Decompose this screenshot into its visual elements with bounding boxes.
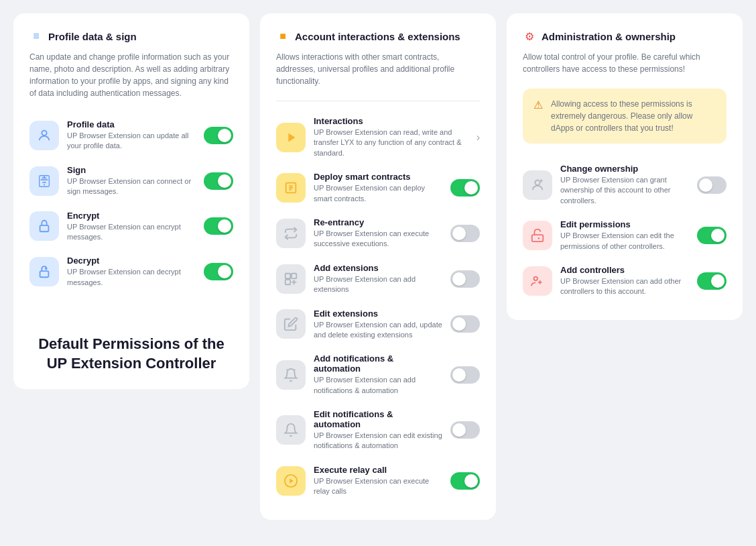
- svg-point-11: [535, 180, 540, 184]
- perm-decrypt-desc: UP Browser Extension can decrypt message…: [67, 267, 196, 288]
- perm-encrypt: Encrypt UP Browser Extension can encrypt…: [29, 204, 233, 250]
- svg-point-0: [42, 131, 46, 135]
- profile-card-description: Can update and change profile informatio…: [29, 51, 233, 99]
- profile-card-header: ≡ Profile data & sign: [29, 30, 233, 43]
- chevron-right-icon: ›: [477, 131, 480, 144]
- perm-relay-icon: [276, 466, 306, 496]
- perm-add-notif-name: Add notifications & automation: [314, 353, 442, 374]
- admin-warning-box: ⚠ Allowing access to these permissions i…: [523, 89, 727, 144]
- perm-edit-notif: Edit notifications & automation UP Brows…: [276, 402, 480, 458]
- perm-add-notif-desc: UP Browser Extension can add notificatio…: [314, 375, 442, 396]
- perm-interactions-row[interactable]: Interactions UP Browser Extension can re…: [276, 109, 480, 165]
- perm-encrypt-name: Encrypt: [67, 211, 196, 221]
- account-header-icon: ■: [276, 30, 290, 43]
- perm-ownership-icon: [523, 170, 552, 200]
- perm-edit-perm-toggle[interactable]: [697, 227, 727, 244]
- perm-encrypt-icon: [29, 211, 59, 241]
- perm-add-extensions: Add extensions UP Browser Extension can …: [276, 256, 480, 302]
- perm-profile-data-desc: UP Browser Extension can update all your…: [67, 131, 196, 152]
- account-card: ■ Account interactions & extensions Allo…: [260, 13, 496, 520]
- admin-card: ⚙ Administration & ownership Allow total…: [507, 13, 743, 320]
- perm-decrypt-toggle[interactable]: [204, 263, 233, 280]
- svg-rect-7: [286, 273, 290, 278]
- account-card-description: Allows interactions with other smart con…: [276, 51, 480, 87]
- svg-rect-2: [40, 226, 49, 232]
- perm-add-extensions-toggle[interactable]: [450, 270, 480, 288]
- perm-decrypt-name: Decrypt: [67, 256, 196, 266]
- admin-header-icon: ⚙: [523, 30, 536, 43]
- perm-sign-toggle[interactable]: [204, 172, 233, 190]
- perm-add-notif-icon: [276, 360, 306, 390]
- perm-deploy-toggle[interactable]: [450, 179, 480, 197]
- perm-interactions-name: Interactions: [314, 116, 471, 126]
- perm-reentry-desc: UP Browser Extension can execute success…: [314, 229, 442, 250]
- bottom-title: Default Permissions of the UP Extension …: [36, 335, 227, 373]
- perm-sign-icon: [29, 166, 59, 196]
- perm-deploy-name: Deploy smart contracts: [314, 172, 442, 182]
- perm-ownership: Change ownership UP Browser Extension ca…: [523, 157, 727, 213]
- perm-profile-data-toggle[interactable]: [204, 127, 233, 144]
- perm-edit-perm-desc: UP Browser Extension can edit the permis…: [560, 231, 689, 252]
- account-card-header: ■ Account interactions & extensions: [276, 30, 480, 43]
- perm-relay-toggle[interactable]: [450, 472, 480, 490]
- perm-encrypt-desc: UP Browser Extension can encrypt message…: [67, 222, 196, 243]
- perm-profile-data-icon: [29, 121, 59, 150]
- perm-edit-extensions-toggle[interactable]: [450, 315, 480, 333]
- profile-card-title: Profile data & sign: [48, 31, 137, 42]
- perm-encrypt-toggle[interactable]: [204, 217, 233, 235]
- admin-card-title: Administration & ownership: [542, 31, 676, 42]
- perm-add-notif: Add notifications & automation UP Browse…: [276, 347, 480, 402]
- perm-add-extensions-desc: UP Browser Extension can add extensions: [314, 274, 442, 295]
- account-card-title: Account interactions & extensions: [295, 31, 460, 42]
- perm-edit-notif-name: Edit notifications & automation: [314, 409, 442, 429]
- perm-reentry: Re-entrancy UP Browser Extension can exe…: [276, 211, 480, 256]
- profile-card: ≡ Profile data & sign Can update and cha…: [13, 13, 249, 389]
- perm-add-ctrl-icon: [523, 266, 552, 296]
- perm-edit-extensions-desc: UP Browser Extension can add, update and…: [314, 320, 442, 341]
- perm-add-ctrl: Add controllers UP Browser Extension can…: [523, 258, 727, 304]
- perm-deploy-desc: UP Browser Extension can deploy smart co…: [314, 183, 442, 204]
- perm-profile-data: Profile data UP Browser Extension can up…: [29, 113, 233, 158]
- svg-rect-9: [286, 280, 290, 284]
- perm-edit-notif-toggle[interactable]: [450, 421, 480, 439]
- perm-add-ctrl-name: Add controllers: [560, 265, 689, 275]
- perm-deploy-icon: [276, 173, 306, 203]
- svg-marker-5: [288, 133, 295, 142]
- perm-ownership-toggle[interactable]: [697, 176, 727, 194]
- bottom-text: Default Permissions of the UP Extension …: [29, 335, 233, 373]
- perm-edit-extensions-icon: [276, 309, 306, 339]
- perm-decrypt: Decrypt UP Browser Extension can decrypt…: [29, 249, 233, 294]
- warning-icon: ⚠: [533, 99, 543, 111]
- perm-deploy: Deploy smart contracts UP Browser Extens…: [276, 165, 480, 211]
- svg-rect-12: [532, 235, 544, 241]
- perm-decrypt-icon: [29, 257, 59, 286]
- perm-relay-desc: UP Browser Extension can execute relay c…: [314, 476, 442, 497]
- perm-relay: Execute relay call UP Browser Extension …: [276, 458, 480, 504]
- perm-edit-extensions-name: Edit extensions: [314, 309, 442, 319]
- perm-reentry-icon: [276, 219, 306, 248]
- perm-interactions-desc: UP Browser Extension can read, write and…: [314, 127, 471, 158]
- perm-sign-desc: UP Browser Extension can connect or sign…: [67, 176, 196, 197]
- svg-rect-8: [292, 273, 296, 278]
- perm-sign-name: Sign: [67, 165, 196, 175]
- main-layout: ≡ Profile data & sign Can update and cha…: [13, 13, 743, 520]
- perm-reentry-toggle[interactable]: [450, 225, 480, 242]
- account-divider: [276, 101, 480, 101]
- perm-interactions-icon: [276, 123, 306, 152]
- perm-add-extensions-icon: [276, 264, 306, 294]
- perm-edit-extensions: Edit extensions UP Browser Extension can…: [276, 302, 480, 347]
- perm-relay-name: Execute relay call: [314, 465, 442, 475]
- perm-edit-perm-name: Edit permissions: [560, 219, 689, 229]
- perm-profile-data-name: Profile data: [67, 119, 196, 129]
- perm-ownership-desc: UP Browser Extension can grant ownership…: [560, 175, 689, 206]
- perm-sign: Sign UP Browser Extension can connect or…: [29, 158, 233, 204]
- perm-add-ctrl-toggle[interactable]: [697, 272, 727, 290]
- perm-add-extensions-name: Add extensions: [314, 263, 442, 273]
- perm-ownership-name: Change ownership: [560, 164, 689, 174]
- admin-warning-text: Allowing access to these permissions is …: [551, 98, 716, 134]
- perm-edit-notif-desc: UP Browser Extension can edit existing n…: [314, 431, 442, 451]
- perm-add-ctrl-desc: UP Browser Extension can add other contr…: [560, 276, 689, 297]
- perm-edit-perm: Edit permissions UP Browser Extension ca…: [523, 213, 727, 258]
- perm-edit-perm-icon: [523, 221, 552, 250]
- perm-add-notif-toggle[interactable]: [450, 366, 480, 384]
